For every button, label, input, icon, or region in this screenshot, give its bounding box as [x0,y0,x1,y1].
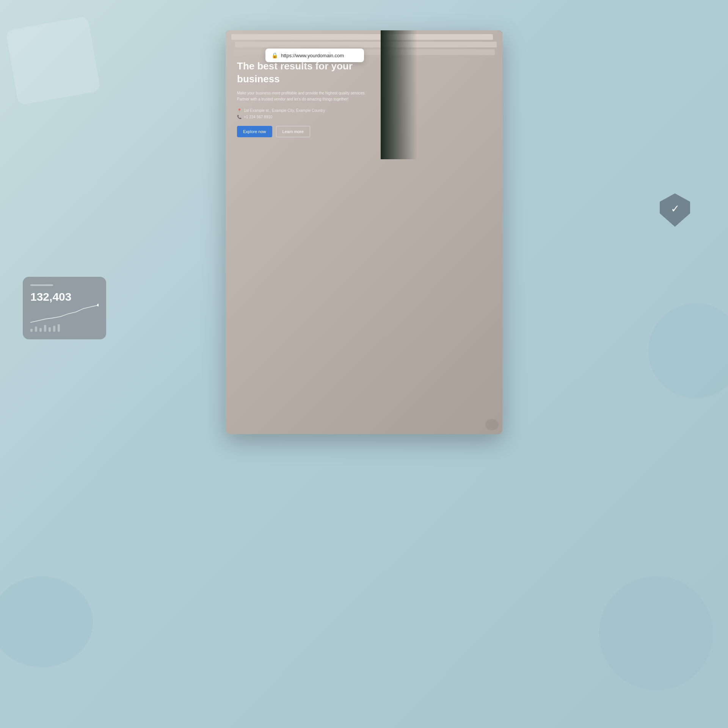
mini-bar-7 [58,324,60,332]
hero-address: 📍 1st Example st., Example City, Example… [237,108,367,113]
hero-description: Make your business more profitable and p… [237,90,367,102]
svg-point-0 [97,304,99,306]
lock-icon: 🔒 [271,52,278,58]
content-area: SUPERSCRIPT Block title. Replace it with… [226,159,502,434]
bg-decoration-2 [0,576,93,667]
stats-bar [30,284,53,286]
location-icon: 📍 [237,108,242,113]
chart-svg [30,303,99,324]
mini-bar-1 [30,329,33,332]
mini-bar-5 [49,327,51,332]
phone-icon: 📞 [237,115,242,119]
hero-title: The best results for your business [237,60,367,86]
mini-bars [30,324,99,332]
url-text: https://www.yourdomain.com [281,53,344,58]
mini-bar-3 [39,328,42,332]
bg-decoration-4 [599,576,713,690]
stats-number: 132,403 [30,290,99,303]
shield-check-icon: ✓ [671,202,679,215]
hero-phone: 📞 +1 234 567 8910 [237,115,367,119]
mini-bar-2 [35,326,37,332]
shield-badge: ✓ [660,193,690,227]
services-grid: Category Service 1 This is a service des… [248,318,480,391]
stats-widget: 132,403 [23,277,106,339]
browser-window: D Dayton Home +1 234 567 8910 The best r… [226,30,502,434]
explore-now-button[interactable]: Explore now [237,126,272,137]
mini-bar-6 [53,326,55,332]
hero-content: The best results for your business Make … [226,49,378,152]
service-3-image [408,318,480,359]
learn-more-button[interactable]: Learn more [276,126,310,137]
block-two: SUPERSCRIPT Block title This is a block … [226,258,502,406]
bg-decoration-1 [5,16,100,105]
hero-buttons: Explore now Learn more [237,126,367,137]
mini-bar-4 [44,325,46,332]
service-card-3: Category Service 3 This is a service des… [408,318,480,391]
url-bar: 🔒 https://www.yourdomain.com [265,49,364,62]
bg-decoration-3 [648,303,728,398]
shield-shape: ✓ [660,193,690,227]
